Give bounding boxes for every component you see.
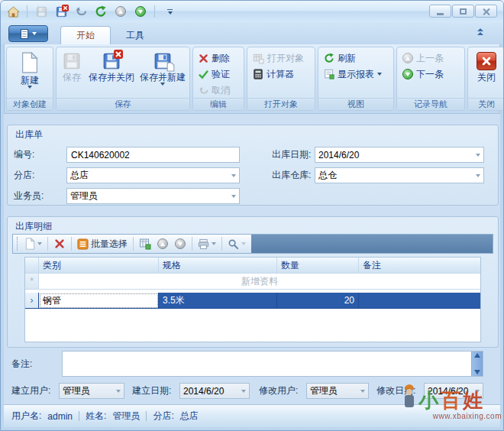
number-label: 编号:	[14, 147, 34, 162]
number-input[interactable]	[66, 147, 240, 163]
chevron-down-icon	[212, 242, 216, 245]
modified-by-combo[interactable]: 管理员	[306, 383, 369, 399]
save-icon[interactable]	[34, 4, 49, 19]
tab-start[interactable]: 开始	[60, 26, 111, 44]
toolbar-separator	[221, 237, 222, 251]
close-window-icon	[483, 8, 490, 15]
new-button[interactable]: 新建	[15, 49, 45, 98]
button-label: 上一条	[416, 52, 444, 65]
open-object-icon	[253, 53, 264, 64]
show-report-icon	[324, 69, 334, 79]
salesman-combo[interactable]: 管理员	[66, 188, 240, 204]
cancel-button[interactable]: 取消	[195, 83, 242, 98]
combo-value: 总店	[70, 169, 231, 182]
app-window: 开始 工具 新建 对象创建	[0, 0, 504, 431]
toolbar-separator	[133, 237, 134, 251]
chevron-down-icon	[116, 390, 121, 393]
save-icon	[63, 52, 81, 70]
chevron-down-icon	[231, 174, 236, 177]
groupbox-title: 出库明细	[15, 220, 52, 233]
save-close-button[interactable]: 保存并关闭	[86, 49, 137, 98]
scroll-up-icon[interactable]	[474, 353, 480, 358]
calculator-button[interactable]: 计算器	[249, 66, 313, 82]
detail-toolbar-filler	[251, 235, 493, 253]
button-label: 保存并新建	[140, 73, 186, 83]
remark-scrollbar[interactable]	[471, 352, 483, 376]
print-button[interactable]	[196, 236, 218, 251]
outbound-detail-groupbox: 出库明细 批量选择	[7, 216, 499, 348]
move-down-button[interactable]	[173, 236, 188, 251]
cell-qty[interactable]: 20	[277, 293, 359, 309]
minimize-button[interactable]	[429, 5, 451, 18]
toolbar-separator	[71, 237, 72, 251]
save-new-icon	[153, 52, 172, 70]
ribbon-collapse-icon[interactable]	[477, 28, 483, 36]
save-button[interactable]: 保存	[58, 49, 86, 98]
refresh-icon[interactable]	[93, 4, 108, 19]
outbound-order-groupbox: 出库单 编号: 出库日期: 2014/6/20 分店: 总店 出库仓库: 总仓 …	[7, 125, 499, 206]
show-report-button[interactable]: 显示报表	[320, 66, 392, 82]
new-page-icon	[21, 52, 39, 73]
cell-category[interactable]: 钢管	[39, 293, 159, 309]
chevron-down-icon	[360, 390, 365, 393]
home-icon[interactable]	[5, 4, 21, 19]
modified-date-combo[interactable]: 2014/6/20	[424, 383, 483, 399]
save-close-icon[interactable]	[53, 4, 69, 19]
next-record-icon	[175, 238, 186, 249]
maximize-button[interactable]	[452, 5, 474, 18]
search-button[interactable]	[226, 236, 247, 251]
modified-by-label: 修改用户:	[259, 383, 298, 398]
created-by-combo[interactable]: 管理员	[59, 383, 124, 399]
created-date-combo[interactable]: 2014/6/20	[179, 383, 250, 399]
warehouse-combo[interactable]: 总仓	[315, 167, 484, 183]
grid-new-row[interactable]: * 新增资料	[25, 274, 480, 290]
button-label: 保存	[63, 73, 81, 83]
branch-combo[interactable]: 总店	[66, 167, 240, 183]
remark-textarea[interactable]	[63, 352, 471, 376]
status-bar: 用户名: admin 姓名: 管理员 分店: 总店	[4, 404, 500, 427]
open-detail-button[interactable]	[137, 236, 153, 251]
scroll-down-icon[interactable]	[474, 370, 480, 374]
delete-button[interactable]: 删除	[195, 50, 242, 66]
save-new-button[interactable]: 保存并新建	[137, 49, 188, 98]
previous-record-button[interactable]: 上一条	[399, 50, 463, 66]
chevron-down-icon	[241, 242, 246, 245]
grid-data-row[interactable]: › 钢管 3.5米 20	[25, 293, 480, 309]
refresh-button[interactable]: 刷新	[320, 50, 392, 66]
add-row-button[interactable]	[24, 236, 44, 251]
cell-remark[interactable]	[359, 293, 480, 309]
next-record-button[interactable]: 下一条	[399, 66, 463, 82]
detail-toolbar: 批量选择	[12, 234, 493, 254]
app-menu-button[interactable]	[8, 25, 48, 42]
column-header-qty[interactable]: 数量	[277, 258, 359, 274]
move-up-button[interactable]	[155, 236, 170, 251]
qat-overflow-icon[interactable]	[167, 9, 173, 15]
name-label: 姓名:	[86, 410, 106, 423]
outbound-date-combo[interactable]: 2014/6/20	[315, 147, 484, 163]
column-header-category[interactable]: 类别	[39, 258, 159, 274]
batch-select-button[interactable]: 批量选择	[76, 236, 129, 251]
chevron-down-icon	[160, 83, 165, 86]
undo-icon[interactable]	[73, 4, 89, 19]
column-header-spec[interactable]: 规格	[159, 258, 277, 274]
close-button[interactable]: 关闭	[471, 49, 502, 98]
prev-record-icon	[157, 238, 168, 249]
delete-row-button[interactable]	[52, 236, 67, 251]
prev-record-icon[interactable]	[113, 4, 128, 19]
chevron-down-icon	[475, 390, 480, 393]
cell-spec[interactable]: 3.5米	[159, 293, 277, 309]
chevron-down-icon	[32, 32, 37, 35]
open-object-button[interactable]: 打开对象	[249, 50, 313, 66]
next-record-icon[interactable]	[133, 4, 148, 19]
close-window-button[interactable]	[475, 5, 497, 18]
toolbar-drag-handle[interactable]	[17, 237, 20, 251]
close-icon	[477, 52, 496, 70]
ribbon-group-view: 刷新 显示报表 视图	[318, 47, 394, 111]
validate-button[interactable]: 验证	[195, 66, 242, 82]
tab-tools[interactable]: 工具	[111, 26, 160, 44]
button-label: 下一条	[416, 68, 444, 81]
prev-record-icon	[402, 53, 413, 63]
ribbon-group-label: 对象创建	[7, 98, 53, 110]
column-header-remark[interactable]: 备注	[359, 258, 480, 274]
form-content: 出库单 编号: 出库日期: 2014/6/20 分店: 总店 出库仓库: 总仓 …	[4, 114, 500, 404]
